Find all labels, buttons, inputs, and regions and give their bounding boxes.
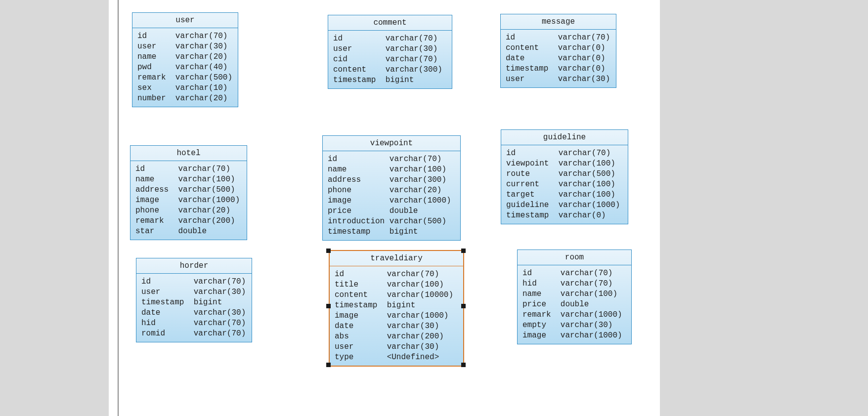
- column-type: varchar(0): [558, 43, 606, 53]
- column-row[interactable]: id varchar(70): [141, 277, 247, 287]
- entity-viewpoint[interactable]: viewpoint id varchar(70)name varchar(100…: [322, 135, 461, 241]
- column-type: varchar(30): [194, 308, 246, 318]
- column-row[interactable]: user varchar(30): [141, 287, 247, 297]
- column-row[interactable]: route varchar(500): [506, 169, 623, 179]
- column-row[interactable]: current varchar(100): [506, 179, 623, 190]
- column-row[interactable]: pwd varchar(40): [137, 62, 233, 73]
- column-row[interactable]: id varchar(70): [522, 268, 626, 279]
- column-name: cid: [333, 54, 386, 65]
- column-row[interactable]: content varchar(10000): [335, 290, 458, 300]
- column-type: varchar(100): [390, 165, 446, 175]
- column-row[interactable]: number varchar(20): [137, 93, 233, 104]
- column-row[interactable]: user varchar(30): [506, 74, 611, 84]
- entity-comment[interactable]: comment id varchar(70)user varchar(30)ci…: [328, 15, 452, 89]
- column-row[interactable]: romid varchar(70): [141, 329, 247, 339]
- column-row[interactable]: name varchar(100): [522, 289, 626, 299]
- entity-title: viewpoint: [323, 136, 460, 151]
- entity-title: guideline: [501, 130, 628, 145]
- column-row[interactable]: timestamp varchar(0): [506, 64, 611, 74]
- column-row[interactable]: image varchar(1000): [335, 311, 458, 321]
- column-row[interactable]: id varchar(70): [135, 164, 242, 174]
- column-row[interactable]: date varchar(30): [335, 321, 458, 332]
- column-row[interactable]: title varchar(100): [335, 280, 458, 290]
- entity-traveldiary[interactable]: traveldiary id varchar(70)title varchar(…: [329, 250, 464, 367]
- column-row[interactable]: id varchar(70): [137, 31, 233, 42]
- column-row[interactable]: target varchar(100): [506, 190, 623, 200]
- column-row[interactable]: timestamp bigint: [141, 297, 247, 308]
- column-row[interactable]: name varchar(100): [135, 174, 242, 185]
- column-row[interactable]: remark varchar(200): [135, 216, 242, 226]
- column-row[interactable]: id varchar(70): [328, 154, 455, 165]
- column-row[interactable]: phone varchar(20): [135, 206, 242, 216]
- column-name: user: [333, 44, 386, 54]
- entity-title: user: [132, 13, 238, 28]
- selection-handle-mid-left[interactable]: [326, 304, 331, 308]
- column-type: varchar(70): [561, 279, 613, 289]
- column-row[interactable]: id varchar(70): [506, 33, 611, 43]
- column-name: number: [137, 93, 175, 104]
- selection-handle-top-left[interactable]: [326, 249, 331, 253]
- column-row[interactable]: cid varchar(70): [333, 54, 447, 65]
- entity-guideline[interactable]: guideline id varchar(70)viewpoint varcha…: [501, 129, 628, 224]
- entity-body: id varchar(70)name varchar(100)address v…: [130, 161, 247, 240]
- column-row[interactable]: type <Undefined>: [335, 352, 458, 363]
- column-row[interactable]: content varchar(0): [506, 43, 611, 53]
- column-row[interactable]: star double: [135, 226, 242, 237]
- selection-handle-mid-right[interactable]: [461, 304, 466, 308]
- column-row[interactable]: empty varchar(30): [522, 320, 626, 331]
- column-row[interactable]: hid varchar(70): [522, 279, 626, 289]
- column-row[interactable]: remark varchar(1000): [522, 310, 626, 320]
- column-row[interactable]: timestamp bigint: [335, 300, 458, 311]
- column-row[interactable]: guideline varchar(1000): [506, 200, 623, 210]
- column-name: sex: [137, 83, 175, 93]
- entity-horder[interactable]: horder id varchar(70)user varchar(30)tim…: [136, 258, 252, 342]
- column-type: varchar(70): [387, 269, 439, 280]
- column-row[interactable]: price double: [328, 206, 455, 216]
- column-row[interactable]: hid varchar(70): [141, 318, 247, 329]
- selection-handle-top-right[interactable]: [461, 249, 466, 253]
- column-type: varchar(20): [175, 52, 228, 62]
- column-name: id: [333, 34, 386, 44]
- column-type: varchar(100): [559, 159, 615, 169]
- column-row[interactable]: viewpoint varchar(100): [506, 159, 623, 169]
- column-name: route: [506, 169, 559, 179]
- column-row[interactable]: phone varchar(20): [328, 185, 455, 196]
- column-name: content: [506, 43, 558, 53]
- column-row[interactable]: id varchar(70): [333, 34, 447, 44]
- column-type: varchar(40): [175, 62, 228, 73]
- selection-handle-bottom-right[interactable]: [461, 363, 466, 367]
- column-row[interactable]: user varchar(30): [333, 44, 447, 54]
- column-row[interactable]: date varchar(30): [141, 308, 247, 318]
- column-row[interactable]: date varchar(0): [506, 53, 611, 64]
- column-name: address: [328, 175, 390, 185]
- column-name: remark: [135, 216, 178, 226]
- column-row[interactable]: sex varchar(10): [137, 83, 233, 93]
- column-row[interactable]: user varchar(30): [137, 42, 233, 52]
- column-row[interactable]: timestamp varchar(0): [506, 210, 623, 221]
- entity-hotel[interactable]: hotel id varchar(70)name varchar(100)add…: [130, 145, 247, 240]
- entity-message[interactable]: message id varchar(70)content varchar(0)…: [500, 14, 616, 88]
- column-row[interactable]: content varchar(300): [333, 65, 447, 75]
- column-row[interactable]: abs varchar(200): [335, 332, 458, 342]
- column-row[interactable]: address varchar(300): [328, 175, 455, 185]
- column-name: current: [506, 179, 559, 190]
- column-row[interactable]: image varchar(1000): [522, 331, 626, 341]
- column-row[interactable]: remark varchar(500): [137, 73, 233, 83]
- entity-user[interactable]: user id varchar(70)user varchar(30)name …: [132, 12, 238, 107]
- column-row[interactable]: price double: [522, 299, 626, 310]
- column-row[interactable]: introduction varchar(500): [328, 216, 455, 227]
- column-row[interactable]: name varchar(100): [328, 165, 455, 175]
- selection-handle-bottom-left[interactable]: [326, 363, 331, 367]
- column-row[interactable]: timestamp bigint: [328, 227, 455, 237]
- column-row[interactable]: image varchar(1000): [328, 196, 455, 206]
- column-row[interactable]: user varchar(30): [335, 342, 458, 352]
- column-type: varchar(70): [194, 318, 246, 329]
- column-row[interactable]: address varchar(500): [135, 185, 242, 195]
- column-name: pwd: [137, 62, 175, 73]
- column-row[interactable]: id varchar(70): [335, 269, 458, 280]
- entity-room[interactable]: room id varchar(70)hid varchar(70)name v…: [517, 250, 632, 344]
- column-row[interactable]: id varchar(70): [506, 148, 623, 159]
- column-row[interactable]: name varchar(20): [137, 52, 233, 62]
- column-row[interactable]: timestamp bigint: [333, 75, 447, 85]
- column-row[interactable]: image varchar(1000): [135, 195, 242, 206]
